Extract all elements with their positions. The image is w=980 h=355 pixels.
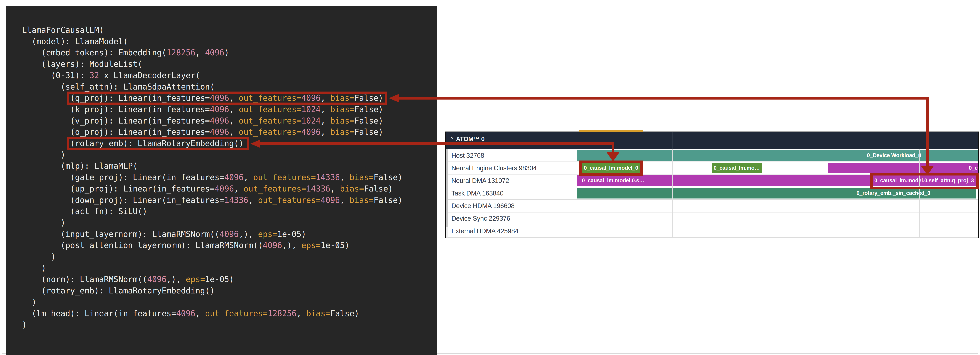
time-gridline — [672, 149, 673, 238]
timeline-bar-nec_magenta_clip[interactable]: 0_c — [828, 163, 978, 173]
code-line: (post_attention_layernorm): LlamaRMSNorm… — [22, 240, 438, 251]
timeline-bar-causal_lm_mo[interactable]: 0_causal_lm.mo… — [712, 163, 762, 173]
code-line: (embed_tokens): Embedding(128256, 4096) — [22, 47, 438, 59]
arrowhead-left-q_proj — [389, 94, 399, 102]
collapse-caret-icon[interactable]: ^ — [450, 136, 453, 142]
code-line: (gate_proj): Linear(in_features=4096, ou… — [22, 172, 438, 183]
timeline-bar-rotary_emb_sin_cached_0[interactable]: 0_rotary_emb._sin_cached_0 — [577, 188, 976, 198]
code-line: (act_fn): SiLU() — [22, 206, 438, 217]
code-line: (k_proj): Linear(in_features=4096, out_f… — [22, 104, 438, 115]
code-line: (rotary_emb): LlamaRotaryEmbedding() — [22, 285, 438, 296]
timeline-scrollbar[interactable] — [446, 149, 448, 238]
time-gridline — [837, 149, 837, 238]
code-line: (down_proj): Linear(in_features=14336, o… — [22, 195, 438, 206]
code-line: ) — [22, 296, 438, 308]
track-row-label[interactable]: Host 32768 — [446, 149, 576, 162]
connector-q_proj-vertical — [926, 97, 929, 166]
scrollbar-thumb[interactable] — [446, 149, 448, 227]
code-line: LlamaForCausalLM( — [22, 24, 438, 36]
code-line: (lm_head): Linear(in_features=4096, out_… — [22, 308, 438, 319]
code-block: LlamaForCausalLM( (model): LlamaModel( (… — [22, 24, 438, 330]
connector-rotary-horizontal — [259, 142, 614, 145]
code-panel: LlamaForCausalLM( (model): LlamaModel( (… — [6, 6, 438, 355]
track-row-label[interactable]: Neural Engine Clusters 98304 — [446, 162, 576, 174]
arrowhead-left-rotary_emb — [250, 139, 260, 148]
annotation-box-rotary_emb-code — [67, 137, 249, 150]
code-line: (norm): LlamaRMSNorm((4096,), eps=1e-05) — [22, 274, 438, 285]
track-group-title: ^ATOM™ 0 — [450, 136, 485, 143]
selection-marker — [579, 130, 643, 132]
time-gridline — [755, 149, 755, 238]
code-line: ) — [22, 263, 438, 274]
code-line: ) — [22, 319, 438, 330]
code-line: (input_layernorm): LlamaRMSNorm((4096,),… — [22, 228, 438, 240]
arrowhead-down-rotary — [606, 152, 619, 162]
track-row-label[interactable]: Task DMA 163840 — [446, 187, 576, 200]
code-line: (layers): ModuleList( — [22, 59, 438, 70]
bar-label: 0_Device Workload_8 — [867, 150, 921, 161]
track-row-label[interactable]: Device Sync 229376 — [446, 212, 576, 225]
code-line: ) — [22, 251, 438, 263]
timeline-bar-device_workload_8[interactable]: 0_Device Workload_8 — [577, 150, 978, 161]
timeline-track-group-header[interactable]: ^ATOM™ 0 — [446, 132, 978, 149]
code-line: (0-31): 32 x LlamaDecoderLayer( — [22, 70, 438, 81]
code-line: (mlp): LlamaMLP( — [22, 160, 438, 172]
connector-q_proj-horizontal — [398, 97, 929, 100]
track-row-label[interactable]: Neural DMA 131072 — [446, 174, 576, 187]
code-line: (self_attn): LlamaSdpaAttention( — [22, 81, 438, 92]
timeline-bar-causal_lm_model_0_s[interactable]: 0_causal_lm.model.0.s… — [577, 175, 871, 186]
connector-rotary-vertical — [612, 142, 614, 153]
label-track-divider — [576, 149, 576, 238]
code-line: (o_proj): Linear(in_features=4096, out_f… — [22, 126, 438, 138]
time-gridline — [920, 149, 920, 238]
annotation-box-q_proj_3-bar — [870, 173, 978, 189]
annotation-box-q_proj-code — [67, 92, 387, 105]
timeline-body: 0_Device Workload_80_causal_lm.model_00_… — [446, 149, 978, 238]
code-line: ) — [22, 217, 438, 228]
track-row-label[interactable]: External HDMA 425984 — [446, 225, 576, 238]
annotation-box-model_0-bar — [579, 160, 643, 176]
bar-label: 0_causal_lm.model.0.s… — [582, 175, 644, 186]
code-line: (model): LlamaModel( — [22, 36, 438, 47]
code-line: ) — [22, 149, 438, 160]
track-row-label[interactable]: Device HDMA 196608 — [446, 200, 576, 212]
code-line: (up_proj): Linear(in_features=4096, out_… — [22, 183, 438, 195]
bar-label: 0_c — [969, 163, 978, 173]
row-separator — [446, 237, 978, 238]
bar-label: 0_causal_lm.mo… — [714, 163, 760, 173]
code-line: (v_proj): Linear(in_features=4096, out_f… — [22, 115, 438, 127]
